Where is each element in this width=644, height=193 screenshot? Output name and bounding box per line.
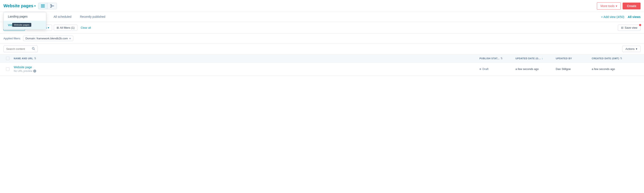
row-checkbox[interactable] xyxy=(6,67,10,71)
tab-recently-published-label: Recently published xyxy=(80,15,105,18)
filters-bar: Domain (1) ▾ Publish status ▾ ⊞ All filt… xyxy=(0,22,644,34)
svg-rect-6 xyxy=(52,5,54,6)
th-publish-status: PUBLISH STAT... ⇅ xyxy=(480,57,514,60)
add-view-button[interactable]: + Add view (4/50) xyxy=(601,15,624,19)
svg-rect-5 xyxy=(50,7,52,8)
list-view-button[interactable] xyxy=(38,3,48,9)
publish-status-filter-chevron: ▾ xyxy=(48,26,49,29)
tabs-bar: All pages ▲ All drafts All scheduled Rec… xyxy=(0,12,644,22)
table-header: NAME AND URL ⇅ PUBLISH STAT... ⇅ UPDATED… xyxy=(0,55,644,62)
actions-button[interactable]: Actions ▾ xyxy=(622,46,640,52)
th-updated-date-sort-icon[interactable]: ↓ xyxy=(542,57,543,60)
tabs-right-actions: + Add view (4/50) All views xyxy=(601,15,640,19)
svg-rect-2 xyxy=(41,7,45,7)
th-updated-by: UPDATED BY xyxy=(556,57,590,60)
filter-tag-text: Domain: framework.blendb2b.com xyxy=(26,37,68,40)
more-tools-label: More tools xyxy=(600,4,614,8)
save-view-icon: ⊟ xyxy=(621,26,624,29)
content-table: NAME AND URL ⇅ PUBLISH STAT... ⇅ UPDATED… xyxy=(0,55,644,76)
page-title-chevron: ▾ xyxy=(34,4,36,7)
svg-line-9 xyxy=(34,49,35,50)
row-updated-date-cell: a few seconds ago xyxy=(516,67,554,71)
th-updated-date-label: UPDATED DATE (G... xyxy=(516,57,541,60)
all-views-button[interactable]: All views xyxy=(628,15,640,19)
view-toggle xyxy=(38,3,57,9)
search-actions-bar: Actions ▾ xyxy=(0,43,644,55)
status-text: Draft xyxy=(482,67,488,71)
more-tools-button[interactable]: More tools ▾ xyxy=(597,2,621,10)
th-created-date-label: CREATED DATE (GMT) xyxy=(592,57,619,60)
search-icon xyxy=(32,47,35,51)
dropdown-item-landing-pages[interactable]: Landing pages xyxy=(4,12,46,21)
svg-rect-3 xyxy=(50,4,52,5)
all-filters-button[interactable]: ⊞ All filters (1) xyxy=(54,25,77,31)
filters-right: ⊟ Save view xyxy=(618,25,640,31)
applied-filters-bar: Applied filters: Domain: framework.blend… xyxy=(0,34,644,43)
row-checkbox-cell xyxy=(4,67,12,71)
actions-chevron: ▾ xyxy=(636,47,637,50)
status-dot xyxy=(480,68,481,70)
applied-filters-label: Applied filters: xyxy=(4,37,21,40)
svg-point-8 xyxy=(32,47,34,49)
more-tools-chevron: ▾ xyxy=(616,4,617,8)
th-name-url: NAME AND URL ⇅ xyxy=(14,57,478,60)
filter-tag-remove-button[interactable]: × xyxy=(69,37,71,40)
row-status-cell: Draft xyxy=(480,67,514,71)
page-url-text: No URL preview xyxy=(14,70,32,73)
clear-all-button[interactable]: Clear all xyxy=(79,25,93,31)
create-button[interactable]: Create xyxy=(622,2,640,9)
top-bar: Website pages ▾ Landing pages Website pa… xyxy=(0,0,644,12)
th-updated-date: UPDATED DATE (G... ↓ xyxy=(516,57,554,60)
svg-rect-0 xyxy=(41,4,45,5)
page-title-text: Website pages xyxy=(4,3,34,8)
tab-recently-published[interactable]: Recently published xyxy=(76,12,110,22)
row-updated-by-cell: Dan Stillgoe xyxy=(556,67,590,71)
dropdown-tooltip: Website pages xyxy=(12,23,31,27)
th-publish-status-label: PUBLISH STAT... xyxy=(480,57,500,60)
th-created-date-sort-icon[interactable]: ⇅ xyxy=(620,57,622,60)
page-type-dropdown: Landing pages Website pages Website page… xyxy=(4,12,46,29)
row-name-url-cell: Website page No URL preview i xyxy=(14,65,478,73)
tree-view-button[interactable] xyxy=(48,3,56,9)
header-checkbox-cell xyxy=(4,57,12,60)
page-title[interactable]: Website pages ▾ xyxy=(4,3,36,8)
header-checkbox[interactable] xyxy=(6,57,10,60)
search-input[interactable] xyxy=(6,47,30,50)
svg-rect-1 xyxy=(41,5,45,6)
save-view-label: Save view xyxy=(625,26,637,29)
url-info-icon[interactable]: i xyxy=(33,70,36,73)
notification-dot xyxy=(639,24,641,26)
search-box xyxy=(4,46,38,52)
th-name-url-label: NAME AND URL xyxy=(14,57,33,60)
tab-all-scheduled[interactable]: All scheduled xyxy=(49,12,76,22)
svg-rect-7 xyxy=(52,4,52,7)
svg-rect-4 xyxy=(50,5,52,6)
th-name-url-sort-icon[interactable]: ⇅ xyxy=(34,57,36,60)
actions-label: Actions xyxy=(625,47,634,50)
th-updated-by-label: UPDATED BY xyxy=(556,57,572,60)
th-publish-status-sort-icon[interactable]: ⇅ xyxy=(500,57,503,60)
filter-tag-domain: Domain: framework.blendb2b.com × xyxy=(23,36,73,41)
th-created-date: CREATED DATE (GMT) ⇅ xyxy=(592,57,630,60)
save-view-button[interactable]: ⊟ Save view xyxy=(618,25,640,31)
tab-all-scheduled-label: All scheduled xyxy=(54,15,71,18)
filter-icon: ⊞ xyxy=(56,26,59,29)
top-bar-actions: More tools ▾ Create xyxy=(597,2,640,10)
table-row: Website page No URL preview i Draft a fe… xyxy=(0,62,644,76)
page-name-link[interactable]: Website page xyxy=(14,65,32,69)
all-filters-label: All filters (1) xyxy=(60,26,74,29)
row-created-date-cell: a few seconds ago xyxy=(592,67,630,71)
actions-right: Actions ▾ xyxy=(622,46,640,52)
page-url-preview: No URL preview i xyxy=(14,70,478,73)
